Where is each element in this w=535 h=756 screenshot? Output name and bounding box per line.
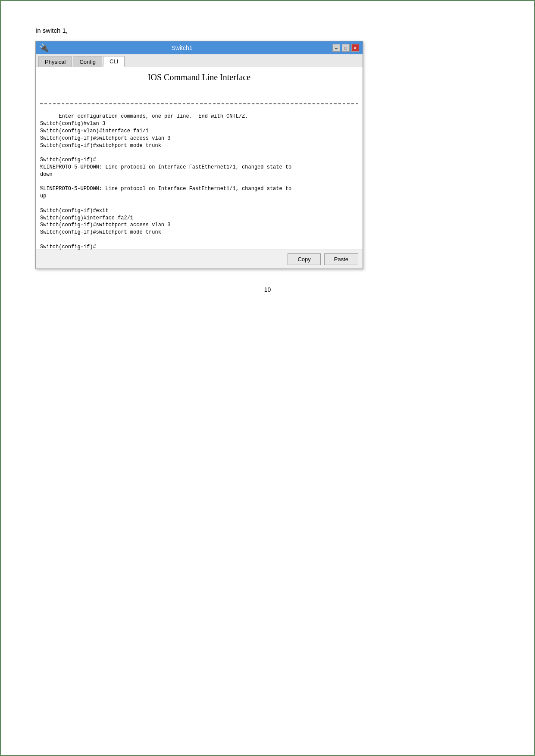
terminal-output[interactable]: Enter configuration commands, one per li… bbox=[36, 86, 363, 250]
copy-button[interactable]: Copy bbox=[288, 253, 320, 265]
maximize-button[interactable]: □ bbox=[342, 44, 350, 52]
content-area: IOS Command Line Interface Enter configu… bbox=[36, 67, 363, 269]
page-number: 10 bbox=[9, 286, 526, 293]
window-icon: 🔌 bbox=[39, 43, 49, 53]
tab-physical[interactable]: Physical bbox=[38, 56, 72, 67]
ios-title: IOS Command Line Interface bbox=[36, 67, 363, 86]
switch1-window: 🔌 Switch1 – □ × Physical Config CLI IOS … bbox=[35, 41, 363, 269]
paste-button[interactable]: Paste bbox=[324, 253, 358, 265]
minimize-button[interactable]: – bbox=[332, 44, 340, 52]
title-bar-controls: – □ × bbox=[332, 44, 359, 52]
page-intro-text: In switch 1, bbox=[35, 27, 526, 34]
tab-config[interactable]: Config bbox=[73, 56, 102, 67]
button-bar: Copy Paste bbox=[36, 250, 363, 269]
title-bar-left: 🔌 bbox=[39, 43, 49, 53]
tab-bar: Physical Config CLI bbox=[36, 54, 363, 67]
tab-cli[interactable]: CLI bbox=[103, 56, 125, 67]
title-bar: 🔌 Switch1 – □ × bbox=[36, 41, 363, 54]
close-button[interactable]: × bbox=[351, 44, 359, 52]
window-title: Switch1 bbox=[49, 44, 315, 51]
terminal-text: Enter configuration commands, one per li… bbox=[40, 113, 291, 250]
terminal-divider bbox=[40, 103, 358, 104]
